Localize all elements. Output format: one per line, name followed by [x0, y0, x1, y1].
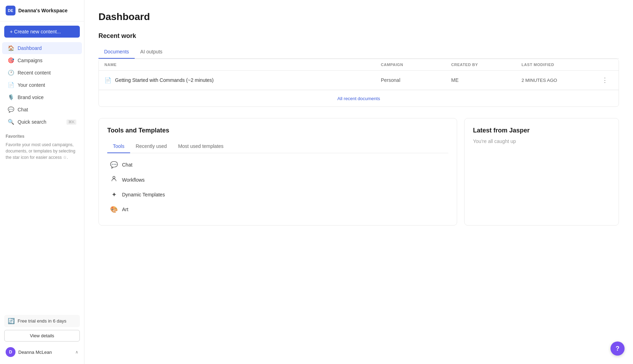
sidebar-item-label: Brand voice: [18, 95, 44, 100]
chevron-up-icon: ∧: [75, 350, 78, 355]
dashboard-icon: 🏠: [8, 45, 14, 51]
sidebar-item-chat[interactable]: 💬 Chat: [2, 104, 82, 116]
chat-icon: 💬: [8, 106, 14, 113]
document-icon: 📄: [104, 77, 111, 84]
tool-item-art[interactable]: 🎨 Art: [107, 202, 448, 217]
tool-item-label: Dynamic Templates: [122, 192, 165, 197]
recent-work-table: NAME CAMPAIGN CREATED BY LAST MODIFIED 📄…: [98, 59, 619, 107]
favorites-hint: Favorite your most used campaigns, docum…: [6, 142, 78, 161]
sidebar-item-your-content[interactable]: 📄 Your content: [2, 79, 82, 91]
tool-item-label: Workflows: [122, 177, 145, 183]
jasper-title: Latest from Jasper: [473, 127, 610, 134]
art-tool-icon: 🎨: [110, 206, 118, 213]
col-header-campaign: CAMPAIGN: [381, 63, 451, 67]
main-content: Dashboard Recent work Documents AI outpu…: [84, 0, 633, 364]
page-title: Dashboard: [98, 11, 619, 22]
doc-campaign: Personal: [381, 77, 451, 83]
search-icon: 🔍: [8, 119, 14, 125]
sidebar-item-label: Campaigns: [18, 58, 43, 63]
sidebar-item-label: Your content: [18, 82, 45, 88]
favorites-title: Favorites: [6, 134, 78, 139]
sidebar-item-label: Dashboard: [18, 45, 42, 51]
help-button[interactable]: ?: [610, 342, 625, 356]
sidebar-item-recent-content[interactable]: 🕐 Recent content: [2, 67, 82, 79]
nav-section: 🏠 Dashboard 🎯 Campaigns 🕐 Recent content…: [0, 42, 84, 128]
doc-name-cell: 📄 Getting Started with Commands (~2 minu…: [104, 77, 381, 84]
recent-work-tabs: Documents AI outputs: [98, 45, 619, 59]
sidebar: DE Deanna's Workspace + Create new conte…: [0, 0, 84, 364]
caught-up-text: You're all caught up: [473, 138, 610, 144]
user-info: D Deanna McLean: [6, 347, 52, 357]
tool-item-label: Art: [122, 207, 128, 212]
tools-title: Tools and Templates: [107, 127, 448, 134]
tool-item-workflows[interactable]: Workflows: [107, 172, 448, 187]
trial-banner: 🔄 Free trial ends in 6 days: [4, 315, 80, 327]
doc-name: Getting Started with Commands (~2 minute…: [115, 77, 214, 83]
brand-voice-icon: 🎙️: [8, 94, 14, 100]
tab-tools[interactable]: Tools: [107, 140, 130, 153]
sidebar-item-label: Quick search: [18, 119, 46, 125]
trial-icon: 🔄: [8, 318, 15, 324]
col-header-last-modified: LAST MODIFIED: [522, 63, 599, 67]
sidebar-header: DE Deanna's Workspace: [0, 0, 84, 21]
bottom-row: Tools and Templates Tools Recently used …: [98, 118, 619, 226]
tool-item-dynamic-templates[interactable]: ✦ Dynamic Templates: [107, 187, 448, 202]
view-details-button[interactable]: View details: [4, 330, 80, 342]
tab-ai-outputs[interactable]: AI outputs: [135, 45, 168, 59]
tool-item-chat[interactable]: 💬 Chat: [107, 157, 448, 172]
jasper-card: Latest from Jasper You're all caught up: [464, 118, 619, 226]
chat-tool-icon: 💬: [110, 161, 118, 169]
all-recent-documents-link[interactable]: All recent documents: [337, 96, 380, 101]
tab-most-used-templates[interactable]: Most used templates: [172, 140, 229, 153]
user-avatar: D: [6, 347, 15, 357]
recent-content-icon: 🕐: [8, 70, 14, 76]
tab-recently-used[interactable]: Recently used: [130, 140, 173, 153]
table-header: NAME CAMPAIGN CREATED BY LAST MODIFIED: [99, 59, 619, 71]
recent-work-title: Recent work: [98, 32, 619, 40]
tools-card: Tools and Templates Tools Recently used …: [98, 118, 457, 226]
tab-documents[interactable]: Documents: [98, 45, 135, 59]
workflows-tool-icon: [110, 176, 118, 184]
campaigns-icon: 🎯: [8, 57, 14, 64]
sidebar-item-campaigns[interactable]: 🎯 Campaigns: [2, 54, 82, 66]
quick-search-shortcut: ⌘K: [66, 119, 76, 125]
col-header-created-by: CREATED BY: [451, 63, 522, 67]
workspace-avatar: DE: [6, 6, 15, 15]
doc-created-by: ME: [451, 77, 522, 83]
sidebar-bottom: 🔄 Free trial ends in 6 days View details…: [0, 311, 84, 364]
your-content-icon: 📄: [8, 82, 14, 88]
doc-actions-cell: ⋮: [599, 75, 613, 85]
user-row: D Deanna McLean ∧: [4, 344, 80, 360]
all-docs-link-container: All recent documents: [99, 90, 619, 106]
col-header-name: NAME: [104, 63, 381, 67]
col-header-actions: [599, 63, 613, 67]
trial-text: Free trial ends in 6 days: [18, 318, 66, 324]
tools-list: 💬 Chat Workflows ✦ Dynamic Templates: [107, 157, 448, 217]
sidebar-item-dashboard[interactable]: 🏠 Dashboard: [2, 42, 82, 54]
tool-item-label: Chat: [122, 162, 133, 168]
favorites-section: Favorites Favorite your most used campai…: [0, 130, 84, 165]
recent-work-section: Recent work Documents AI outputs NAME CA…: [98, 32, 619, 107]
sidebar-item-quick-search[interactable]: 🔍 Quick search ⌘K: [2, 116, 82, 128]
sidebar-item-brand-voice[interactable]: 🎙️ Brand voice: [2, 91, 82, 103]
more-options-button[interactable]: ⋮: [599, 75, 611, 85]
table-row[interactable]: 📄 Getting Started with Commands (~2 minu…: [99, 71, 619, 90]
sidebar-item-label: Recent content: [18, 70, 51, 76]
user-name: Deanna McLean: [18, 350, 52, 355]
svg-point-0: [113, 176, 115, 178]
sidebar-item-label: Chat: [18, 107, 28, 112]
dynamic-templates-icon: ✦: [110, 191, 118, 199]
doc-last-modified: 2 MINUTES AGO: [522, 78, 599, 83]
tools-tabs: Tools Recently used Most used templates: [107, 140, 448, 153]
workspace-name: Deanna's Workspace: [18, 8, 68, 13]
create-new-content-button[interactable]: + Create new content...: [4, 26, 80, 38]
